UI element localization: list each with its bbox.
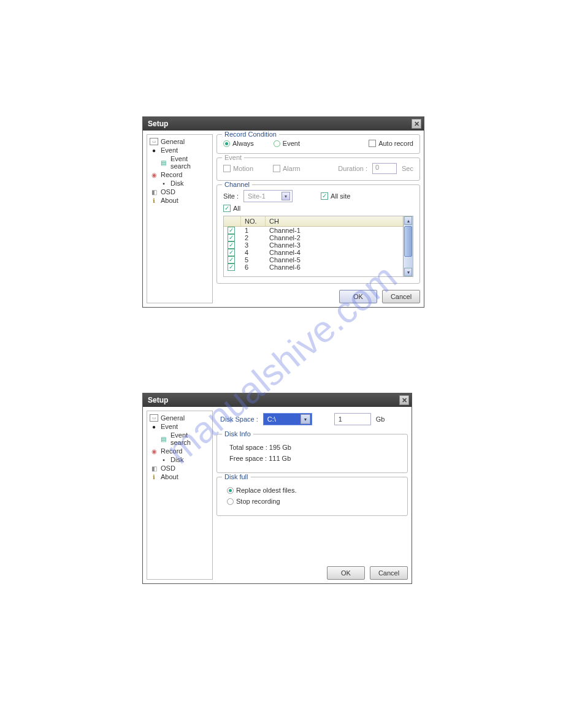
- tree-label: About: [161, 197, 178, 204]
- radio-label: Always: [232, 140, 254, 147]
- total-space-text: Total space : 195 Gb: [229, 442, 395, 453]
- cell-no: 3: [241, 241, 266, 249]
- cell-no: 4: [241, 249, 266, 256]
- radio-icon: [274, 140, 280, 147]
- cell-ch: Channel-2: [266, 234, 413, 241]
- scroll-up-icon[interactable]: ▴: [404, 216, 412, 225]
- checkbox-icon[interactable]: ✓: [228, 227, 235, 234]
- tree-general[interactable]: ▭ General: [150, 414, 210, 422]
- tree-disk[interactable]: ▪ Disk: [150, 179, 210, 188]
- tree-event[interactable]: ● Event: [150, 422, 210, 431]
- cancel-button[interactable]: Cancel: [370, 566, 408, 580]
- radio-event[interactable]: Event: [274, 140, 300, 147]
- tree-label: Disk: [170, 456, 183, 463]
- tree-label: OSD: [161, 188, 175, 195]
- document-icon: ▤: [159, 435, 168, 442]
- cell-ch: Channel-5: [266, 256, 413, 264]
- table-row[interactable]: ✓4Channel-4: [224, 249, 413, 256]
- tree-record[interactable]: ◉ Record: [150, 170, 210, 179]
- check-label: All site: [331, 192, 350, 200]
- site-select: Site-1 ▾: [243, 190, 293, 202]
- tree-event-search[interactable]: ▤ Event search: [150, 154, 210, 170]
- radio-stop-recording[interactable]: Stop recording: [227, 496, 397, 507]
- tree-osd[interactable]: ◧ OSD: [150, 464, 210, 472]
- duration-label: Duration :: [338, 165, 367, 172]
- chevron-down-icon: ▾: [282, 192, 290, 200]
- drive-select[interactable]: C:\ ▾: [263, 413, 312, 425]
- tree-label: Event search: [170, 431, 210, 446]
- checkbox-icon[interactable]: ✓: [228, 234, 235, 241]
- check-label: All: [233, 205, 240, 212]
- setup-dialog-disk: Setup ✕ ▭ General ● Event ▤ Event search…: [142, 393, 412, 584]
- tree-label: General: [161, 414, 185, 422]
- check-auto-record[interactable]: Auto record: [369, 140, 413, 147]
- tree-about[interactable]: ℹ About: [150, 196, 210, 205]
- disk-full-group: Disk full Replace oldest files. Stop rec…: [216, 477, 408, 516]
- check-all-channels[interactable]: ✓ All: [223, 205, 240, 212]
- checkbox-icon: ✓: [223, 205, 231, 212]
- check-all-site[interactable]: ✓ All site: [321, 192, 350, 200]
- event-group: Event Motion Alarm Duration : 0 Sec: [216, 157, 420, 181]
- tree-osd[interactable]: ◧ OSD: [150, 188, 210, 196]
- cell-ch: Channel-1: [266, 227, 413, 234]
- scrollbar[interactable]: ▴ ▾: [403, 216, 413, 276]
- table-row[interactable]: ✓3Channel-3: [224, 241, 413, 249]
- cell-no: 1: [241, 227, 266, 234]
- scroll-thumb[interactable]: [404, 226, 412, 257]
- tree-event[interactable]: ● Event: [150, 146, 210, 154]
- col-no[interactable]: NO.: [241, 216, 266, 226]
- checkbox-icon: [273, 165, 280, 172]
- window-icon: ▭: [150, 138, 158, 145]
- cancel-button[interactable]: Cancel: [382, 290, 420, 303]
- cell-ch: Channel-4: [266, 249, 413, 256]
- radio-replace-oldest[interactable]: Replace oldest files.: [227, 485, 397, 496]
- ok-button[interactable]: OK: [327, 566, 365, 580]
- disk-info-group: Disk Info Total space : 195 Gb Free spac…: [216, 434, 408, 473]
- group-legend: Channel: [222, 181, 252, 188]
- table-row[interactable]: ✓2Channel-2: [224, 234, 413, 241]
- group-legend: Record Condition: [222, 131, 279, 138]
- check-motion: Motion: [223, 165, 253, 172]
- close-button[interactable]: ✕: [399, 395, 409, 405]
- table-row[interactable]: ✓1Channel-1: [224, 227, 413, 234]
- osd-icon: ◧: [150, 464, 158, 472]
- radio-label: Stop recording: [236, 498, 280, 505]
- key-icon: ℹ: [150, 473, 158, 480]
- tree-record[interactable]: ◉ Record: [150, 447, 210, 455]
- col-ch[interactable]: CH: [266, 216, 413, 226]
- close-icon: ✕: [402, 397, 407, 404]
- tree-general[interactable]: ▭ General: [150, 137, 210, 146]
- tree-disk[interactable]: ▪ Disk: [150, 455, 210, 464]
- check-alarm: Alarm: [273, 165, 301, 172]
- tree-label: Event search: [170, 155, 210, 170]
- table-row[interactable]: ✓5Channel-5: [224, 256, 413, 264]
- bomb-icon: ●: [150, 146, 158, 154]
- tree-about[interactable]: ℹ About: [150, 472, 210, 481]
- table-header: NO. CH: [224, 216, 413, 227]
- ok-button[interactable]: OK: [339, 290, 377, 303]
- disk-icon: ▪: [159, 180, 168, 187]
- cell-ch: Channel-3: [266, 241, 413, 249]
- cell-no: 6: [241, 264, 266, 271]
- checkbox-icon[interactable]: ✓: [228, 256, 235, 264]
- table-row[interactable]: ✓6Channel-6: [224, 264, 413, 271]
- close-button[interactable]: ✕: [412, 119, 421, 129]
- group-legend: Disk full: [222, 473, 251, 480]
- tree-label: Disk: [170, 180, 183, 187]
- check-label: Alarm: [283, 165, 301, 172]
- check-label: Motion: [233, 165, 253, 172]
- checkbox-icon: [223, 165, 231, 172]
- checkbox-icon[interactable]: ✓: [228, 249, 235, 256]
- record-condition-group: Record Condition Always Event Auto reco: [216, 134, 420, 154]
- disk-icon: ▪: [159, 456, 168, 463]
- radio-always[interactable]: Always: [223, 140, 254, 147]
- checkbox-icon[interactable]: ✓: [228, 241, 235, 249]
- tree-event-search[interactable]: ▤ Event search: [150, 431, 210, 447]
- scroll-down-icon[interactable]: ▾: [404, 268, 412, 276]
- size-input[interactable]: 1: [334, 413, 371, 425]
- tree-label: Event: [161, 423, 178, 430]
- record-icon: ◉: [150, 171, 158, 178]
- checkbox-icon[interactable]: ✓: [228, 264, 235, 271]
- radio-icon: [223, 140, 230, 147]
- channel-group: Channel Site : Site-1 ▾ ✓ All site ✓: [216, 184, 420, 284]
